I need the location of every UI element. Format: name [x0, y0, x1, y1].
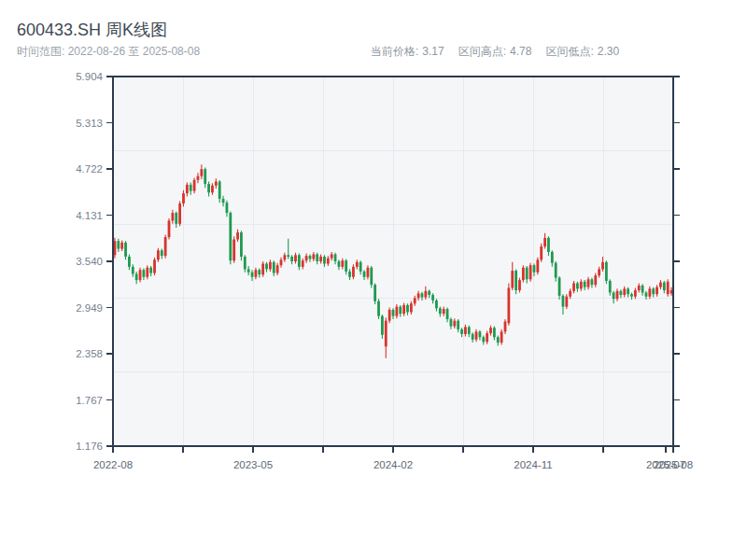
candle-body [265, 264, 268, 270]
candle-body [439, 308, 442, 314]
candle-body [500, 331, 503, 343]
candle-body [623, 288, 626, 295]
candle-body [446, 309, 449, 319]
candle-body [450, 319, 453, 327]
candle-body [652, 288, 655, 294]
candle [168, 218, 171, 240]
candle-body [619, 291, 622, 295]
candle-body [605, 262, 608, 281]
candle-body [648, 288, 651, 296]
candle [536, 258, 539, 274]
candle-body [565, 297, 568, 307]
candle-body [363, 272, 366, 277]
candle-body [529, 265, 532, 279]
candle-body [395, 307, 398, 316]
candle-body [555, 263, 557, 278]
candle-body [659, 283, 662, 287]
candle-body [153, 259, 156, 273]
candle-body [348, 272, 351, 277]
candle-body [385, 321, 388, 347]
y-tick-label: 2.949 [76, 302, 103, 314]
candle-body [630, 294, 633, 297]
candle-body [460, 329, 463, 334]
candle-body [645, 293, 648, 297]
candle-body [392, 310, 395, 316]
candle-body [120, 243, 123, 249]
candle-body [290, 257, 293, 261]
candle-body [190, 185, 192, 191]
candle-body [247, 269, 250, 272]
candle-body [627, 288, 629, 294]
candle-body [431, 295, 434, 301]
candle-body [377, 301, 380, 316]
candle-body [479, 331, 482, 337]
candle-body [489, 328, 492, 333]
candle-body [146, 268, 148, 277]
candle-body [255, 270, 258, 277]
candle-body [309, 256, 312, 259]
candle-body [356, 262, 359, 267]
candle-body [186, 185, 189, 193]
candle-body [410, 303, 413, 312]
candle-body [655, 287, 658, 295]
candle-body [139, 270, 142, 280]
candle-body [540, 246, 543, 259]
candle-body [558, 278, 561, 296]
candle-body [587, 279, 590, 287]
x-tick-label: 2023-05 [233, 459, 273, 470]
candle-body [197, 176, 200, 180]
candle-body [338, 261, 341, 267]
candle-body [273, 262, 275, 273]
candle-body [613, 293, 615, 300]
candle-body [663, 283, 666, 290]
candle [374, 283, 376, 304]
candle [261, 261, 264, 277]
candle [388, 307, 391, 323]
y-tick-label: 5.313 [76, 118, 103, 129]
candle [500, 329, 503, 345]
y-tick-label: 4.722 [76, 163, 103, 175]
candle-body [319, 257, 322, 261]
candle [529, 263, 532, 282]
candle-body [327, 259, 330, 264]
candle [193, 177, 196, 193]
candle [605, 260, 608, 284]
candle [522, 265, 525, 282]
candle-body [536, 259, 539, 272]
y-tick-label: 2.358 [76, 348, 103, 359]
candle-body [215, 182, 218, 186]
candle-body [175, 213, 177, 224]
candle-body [421, 293, 424, 297]
y-tick-label: 1.767 [76, 395, 103, 406]
candle-body [464, 327, 467, 334]
x-tick-label: 2025-08 [654, 459, 693, 470]
candle-body [504, 321, 507, 331]
candle-body [171, 213, 174, 220]
candle-body [609, 281, 612, 293]
candle-body [334, 254, 337, 261]
candle [240, 231, 243, 260]
candle-body [233, 240, 235, 261]
candle-body [157, 250, 160, 259]
x-tick-label: 2024-02 [374, 459, 413, 470]
candle-body [406, 305, 409, 313]
candle-body [514, 271, 517, 290]
candle-body [269, 262, 272, 270]
candle-body [161, 250, 163, 256]
candle-body [149, 268, 152, 273]
candle-body [143, 270, 146, 277]
candle-body [381, 316, 384, 335]
candle-body [244, 257, 247, 269]
candle-body [638, 286, 641, 290]
candle-body [522, 268, 525, 280]
candle-body [124, 243, 127, 257]
candle-body [345, 260, 347, 272]
candle-body [388, 310, 391, 321]
candle-body [207, 184, 210, 192]
candle-body [323, 257, 326, 264]
candle-body [226, 203, 229, 213]
candle-body [601, 262, 604, 270]
candle-body [482, 337, 485, 342]
candle-body [518, 280, 521, 290]
candle [164, 235, 167, 259]
